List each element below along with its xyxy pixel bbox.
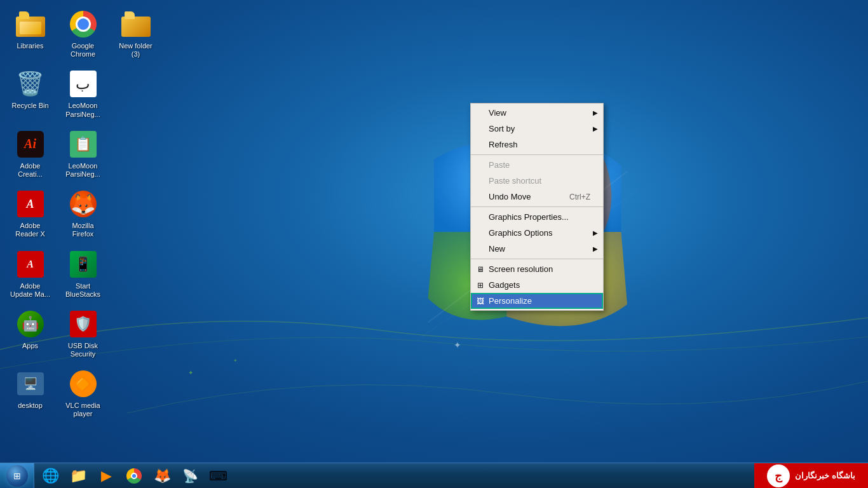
taskbar-firefox[interactable]: 🦊 — [149, 464, 175, 488]
icon-vlc[interactable]: 🔶 VLC media player — [59, 366, 107, 421]
icon-apps-label: Apps — [22, 342, 38, 350]
icon-usb-disk[interactable]: 🛡️ USB Disk Security — [59, 306, 107, 361]
submenu-arrow-view: ▶ — [593, 109, 598, 116]
menu-separator-1 — [471, 154, 603, 155]
icon-row-2: 🗑️ Recycle Bin ب LeoMoon ParsiNeg... — [6, 66, 159, 121]
undo-shortcut: Ctrl+Z — [559, 193, 590, 201]
context-menu: View ▶ Sort by ▶ Refresh Paste Paste sho… — [470, 103, 604, 311]
taskbar-media-player[interactable]: ▶ — [93, 464, 119, 488]
icon-adobe-creative[interactable]: Ai Adobe Creati... — [6, 126, 54, 181]
icon-row-1: Libraries Google Chrome New folder (3) — [6, 6, 159, 61]
menu-item-personalize[interactable]: 🖼 Personalize — [471, 293, 603, 309]
desktop: ✦ ✦ ✦ Libraries Google Chro — [0, 0, 868, 488]
icon-adobe-cc-label: Adobe Creati... — [9, 162, 51, 179]
taskbar-rss[interactable]: 📡 — [177, 464, 203, 488]
menu-item-sort-by[interactable]: Sort by ▶ — [471, 121, 603, 137]
submenu-arrow-sort: ▶ — [593, 125, 598, 132]
personalize-icon: 🖼 — [475, 295, 486, 307]
icon-row-6: 🤖 Apps 🛡️ USB Disk Security — [6, 306, 159, 361]
gadgets-icon: ⊞ — [475, 280, 486, 291]
submenu-arrow-new: ▶ — [593, 245, 598, 252]
taskbar-right-panel: ج باشگاه خبرنگاران — [754, 463, 868, 489]
screen-resolution-icon: 🖥 — [475, 264, 486, 275]
menu-item-graphics-options[interactable]: Graphics Options ▶ — [471, 225, 603, 241]
icon-firefox[interactable]: 🦊 Mozilla Firefox — [59, 186, 107, 241]
menu-separator-3 — [471, 259, 603, 259]
icon-leomoon-1[interactable]: ب LeoMoon ParsiNeg... — [59, 66, 107, 121]
icon-adobe-reader[interactable]: A Adobe Reader X — [6, 186, 54, 241]
icon-row-3: Ai Adobe Creati... 📋 LeoMoon ParsiNeg... — [6, 126, 159, 181]
icon-row-4: A Adobe Reader X 🦊 Mozilla Firefox — [6, 186, 159, 241]
menu-item-gadgets[interactable]: ⊞ Gadgets — [471, 277, 603, 293]
icon-row-7: 🖥️ desktop 🔶 VLC media player — [6, 366, 159, 421]
taskbar-keyboard[interactable]: ⌨ — [205, 464, 231, 488]
icon-apps[interactable]: 🤖 Apps — [6, 306, 54, 361]
taskbar: 🌐 📁 ▶ 🦊 📡 ⌨ — [0, 463, 868, 488]
icon-adobe-update[interactable]: A Adobe Update Ma... — [6, 247, 54, 301]
taskbar-explorer[interactable]: 📁 — [65, 464, 92, 488]
menu-item-screen-resolution[interactable]: 🖥 Screen resolution — [471, 261, 603, 277]
taskbar-brand-text: باشگاه خبرنگاران — [795, 471, 855, 480]
svg-text:✦: ✦ — [233, 358, 238, 363]
taskbar-chrome[interactable] — [121, 464, 147, 488]
start-orb — [6, 465, 28, 487]
taskbar-items: 🌐 📁 ▶ 🦊 📡 ⌨ — [34, 464, 754, 488]
icon-chrome-label: Google Chrome — [62, 42, 104, 58]
menu-item-refresh[interactable]: Refresh — [471, 137, 603, 152]
icon-leomoon2-label: LeoMoon ParsiNeg... — [62, 162, 104, 179]
icon-libraries-label: Libraries — [17, 42, 43, 50]
menu-separator-2 — [471, 207, 603, 207]
icon-bluestacks-label: Start BlueStacks — [62, 282, 104, 299]
menu-item-view[interactable]: View ▶ — [471, 105, 603, 121]
icon-recycle-label: Recycle Bin — [11, 102, 48, 110]
icon-libraries[interactable]: Libraries — [6, 6, 54, 61]
submenu-arrow-graphics: ▶ — [593, 229, 598, 236]
icon-vlc-label: VLC media player — [62, 402, 104, 418]
menu-item-paste[interactable]: Paste — [471, 157, 603, 173]
icon-desktop-folder[interactable]: 🖥️ desktop — [6, 366, 54, 421]
icon-firefox-label: Mozilla Firefox — [62, 222, 104, 238]
icon-adobe-reader-label: Adobe Reader X — [9, 222, 51, 238]
menu-item-paste-shortcut[interactable]: Paste shortcut — [471, 173, 603, 189]
icon-row-5: A Adobe Update Ma... 📱 Start BlueStacks — [6, 247, 159, 301]
menu-item-new[interactable]: New ▶ — [471, 241, 603, 257]
desktop-icons-container: Libraries Google Chrome New folder (3) — [6, 6, 159, 421]
svg-text:✦: ✦ — [188, 369, 193, 376]
start-button[interactable] — [0, 463, 34, 489]
menu-item-graphics-properties[interactable]: Graphics Properties... — [471, 209, 603, 225]
taskbar-logo: ج — [767, 464, 790, 487]
icon-recycle-bin[interactable]: 🗑️ Recycle Bin — [6, 66, 54, 121]
taskbar-ie[interactable]: 🌐 — [37, 464, 64, 488]
icon-desktop-label: desktop — [18, 402, 43, 410]
icon-leomoon-2[interactable]: 📋 LeoMoon ParsiNeg... — [59, 126, 107, 181]
icon-new-folder[interactable]: New folder (3) — [112, 6, 159, 61]
icon-usb-label: USB Disk Security — [62, 342, 104, 358]
menu-item-undo-move[interactable]: Undo Move Ctrl+Z — [471, 189, 603, 205]
icon-bluestacks[interactable]: 📱 Start BlueStacks — [59, 247, 107, 301]
icon-adobe-update-label: Adobe Update Ma... — [9, 282, 51, 299]
icon-new-folder-label: New folder (3) — [114, 42, 157, 58]
icon-google-chrome[interactable]: Google Chrome — [59, 6, 107, 61]
icon-leomoon1-label: LeoMoon ParsiNeg... — [62, 102, 104, 118]
